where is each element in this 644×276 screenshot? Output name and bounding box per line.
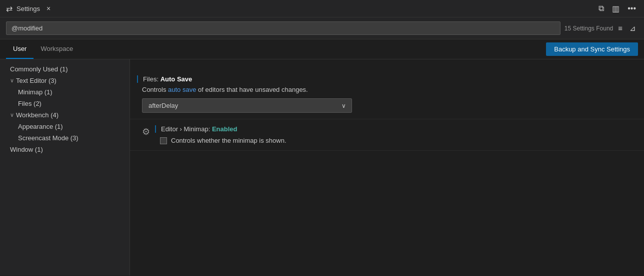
title-bar: ⇄ Settings × ⧉ ▥ •••	[0, 0, 644, 17]
gear-icon-container: ⚙	[142, 125, 154, 144]
sidebar-item-label: Text Editor (3)	[16, 77, 56, 84]
title-bar-title: Settings	[16, 5, 40, 12]
auto-save-dropdown-wrapper: off afterDelay afterFocusChange onFocusC…	[142, 98, 352, 113]
filter-icon[interactable]: ⊿	[628, 23, 638, 34]
sidebar-item-label: Commonly Used (1)	[10, 65, 68, 73]
sidebar-item-appearance[interactable]: Appearance (1)	[0, 121, 130, 132]
setting-title-auto-save: Files: Auto Save	[137, 75, 632, 83]
clear-search-icon[interactable]: ≡	[616, 23, 624, 33]
sidebar-item-screencast-mode[interactable]: Screencast Mode (3)	[0, 132, 130, 144]
search-input[interactable]	[6, 21, 560, 35]
auto-save-link[interactable]: auto save	[168, 86, 196, 93]
content-area: Files: Auto Save Controls auto save of e…	[130, 59, 644, 276]
copy-editor-icon[interactable]: ⧉	[596, 2, 606, 15]
setting-title-prefix: Files:	[143, 75, 160, 83]
close-button[interactable]: ×	[44, 4, 53, 13]
settings-found-count: 15 Settings Found	[564, 25, 613, 32]
gear-icon[interactable]: ⚙	[142, 127, 150, 137]
auto-save-dropdown[interactable]: off afterDelay afterFocusChange onFocusC…	[142, 98, 352, 113]
setting-description-auto-save: Controls auto save of editors that have …	[142, 86, 632, 93]
sidebar-item-files[interactable]: Files (2)	[0, 98, 130, 109]
setting-checkbox-row: Controls whether the minimap is shown.	[160, 137, 632, 144]
setting-files-auto-save: Files: Auto Save Controls auto save of e…	[130, 69, 644, 119]
sidebar: Commonly Used (1) ∨ Text Editor (3) Mini…	[0, 59, 130, 276]
setting-title-bold: Auto Save	[160, 75, 192, 83]
sidebar-item-label: Files (2)	[18, 100, 42, 107]
setting-editor-minimap: ⚙ Editor › Minimap: Enabled Controls whe…	[130, 119, 644, 151]
title-bar-left: ⇄ Settings ×	[6, 4, 53, 13]
sidebar-item-label: Minimap (1)	[18, 88, 52, 96]
backup-sync-button[interactable]: Backup and Sync Settings	[546, 42, 638, 56]
main-layout: Commonly Used (1) ∨ Text Editor (3) Mini…	[0, 59, 644, 276]
search-bar: 15 Settings Found ≡ ⊿	[0, 17, 644, 39]
tabs-row: User Workspace Backup and Sync Settings	[0, 39, 644, 59]
sidebar-item-label: Window (1)	[10, 146, 43, 153]
sidebar-item-label: Screencast Mode (3)	[18, 134, 78, 142]
sidebar-item-commonly-used[interactable]: Commonly Used (1)	[0, 63, 130, 75]
settings-icon: ⇄	[6, 4, 12, 13]
setting-title-enabled: Enabled	[212, 125, 238, 133]
setting-body-auto-save: Files: Auto Save Controls auto save of e…	[142, 75, 632, 113]
search-meta: 15 Settings Found ≡ ⊿	[564, 23, 638, 34]
tab-user[interactable]: User	[6, 39, 34, 59]
sidebar-item-label: Appearance (1)	[18, 123, 63, 130]
sidebar-item-window[interactable]: Window (1)	[0, 144, 130, 155]
chevron-down-icon: ∨	[10, 77, 14, 84]
tab-workspace[interactable]: Workspace	[34, 39, 80, 59]
setting-body-minimap: Editor › Minimap: Enabled Controls wheth…	[160, 125, 632, 144]
chevron-down-icon: ∨	[10, 112, 14, 118]
sidebar-item-workbench[interactable]: ∨ Workbench (4)	[0, 109, 130, 121]
sidebar-item-minimap[interactable]: Minimap (1)	[0, 86, 130, 98]
more-actions-icon[interactable]: •••	[626, 2, 638, 15]
title-bar-actions: ⧉ ▥ •••	[596, 2, 638, 15]
minimap-checkbox-label: Controls whether the minimap is shown.	[171, 137, 286, 144]
minimap-enabled-checkbox[interactable]	[160, 137, 167, 144]
setting-title-minimap: Editor › Minimap: Enabled	[155, 125, 632, 133]
split-editor-icon[interactable]: ▥	[610, 2, 622, 15]
tabs: User Workspace	[6, 39, 80, 59]
sidebar-item-text-editor[interactable]: ∨ Text Editor (3)	[0, 75, 130, 86]
sidebar-item-label: Workbench (4)	[16, 111, 58, 119]
